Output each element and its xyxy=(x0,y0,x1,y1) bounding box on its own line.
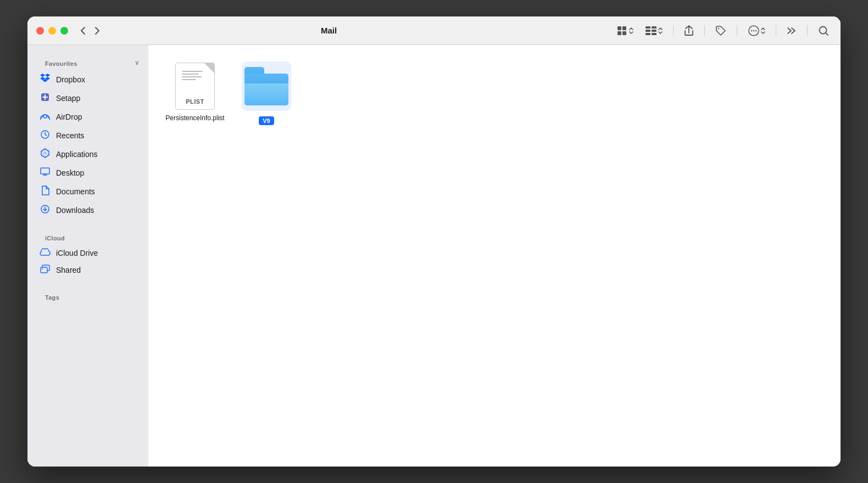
documents-label: Documents xyxy=(56,187,95,196)
sidebar: Favourites ∨ Dropbox xyxy=(27,45,148,467)
file-item-plist[interactable]: PLIST PersistenceInfo.plist xyxy=(165,61,225,125)
svg-point-22 xyxy=(42,268,43,269)
toolbar-divider-1 xyxy=(673,25,674,36)
svg-rect-5 xyxy=(652,26,656,29)
plist-file-name: PersistenceInfo.plist xyxy=(165,114,224,122)
sidebar-item-recents[interactable]: Recents xyxy=(31,127,145,144)
svg-point-13 xyxy=(753,30,754,31)
airdrop-icon xyxy=(40,111,51,123)
svg-point-14 xyxy=(755,30,756,31)
downloads-label: Downloads xyxy=(56,206,94,215)
icloud-icon xyxy=(40,248,51,258)
v9-folder-icon-wrap xyxy=(242,61,291,111)
more-icon xyxy=(748,25,760,37)
folder-front xyxy=(244,83,288,105)
plist-line-1 xyxy=(182,71,203,72)
finder-window: Mail xyxy=(27,16,841,467)
setapp-label: Setapp xyxy=(56,94,80,103)
toolbar: Mail xyxy=(27,16,841,45)
sidebar-item-icloud-drive[interactable]: iCloud Drive xyxy=(31,245,145,261)
plist-line-4 xyxy=(182,79,196,80)
toolbar-divider-5 xyxy=(807,25,808,36)
icloud-section-header: iCloud xyxy=(27,226,148,245)
grid-view-icon xyxy=(616,25,627,36)
plist-line-3 xyxy=(182,76,202,77)
file-area: PLIST PersistenceInfo.plist V9 xyxy=(148,45,841,467)
favourites-label: Favourites xyxy=(36,56,86,69)
toolbar-divider-2 xyxy=(704,25,705,36)
sidebar-item-setapp[interactable]: Setapp xyxy=(31,89,145,107)
svg-rect-2 xyxy=(617,31,621,35)
toolbar-divider-3 xyxy=(737,25,737,36)
forward-forward-icon xyxy=(787,26,797,35)
toolbar-divider-4 xyxy=(776,25,776,36)
svg-point-10 xyxy=(718,27,719,29)
tags-section-header: Tags xyxy=(27,285,148,304)
tag-icon xyxy=(715,25,726,36)
group-view-icon xyxy=(645,26,657,36)
dropbox-icon xyxy=(40,74,51,86)
dropdown-chevron-icon xyxy=(658,27,663,34)
more-dropdown-icon xyxy=(761,27,765,34)
svg-rect-7 xyxy=(652,30,656,32)
svg-rect-0 xyxy=(617,26,621,30)
icloud-drive-label: iCloud Drive xyxy=(56,249,98,257)
sidebar-item-documents[interactable]: Documents xyxy=(31,183,145,200)
svg-rect-3 xyxy=(622,31,626,35)
more-nav-button[interactable] xyxy=(784,25,799,37)
plist-line-2 xyxy=(182,74,199,75)
plist-type-label: PLIST xyxy=(186,98,204,105)
applications-icon xyxy=(40,148,51,160)
sidebar-item-shared[interactable]: Shared xyxy=(31,262,145,278)
folder-icon xyxy=(244,67,288,105)
close-button[interactable] xyxy=(36,27,44,35)
desktop-label: Desktop xyxy=(56,169,84,177)
group-view-button[interactable] xyxy=(642,24,665,37)
v9-badge: V9 xyxy=(259,116,274,125)
sidebar-item-airdrop[interactable]: AirDrop xyxy=(31,108,145,126)
sidebar-item-desktop[interactable]: Desktop xyxy=(31,164,145,182)
share-icon xyxy=(684,25,694,36)
sort-chevron-icon xyxy=(628,27,634,35)
shared-label: Shared xyxy=(56,266,81,274)
search-button[interactable] xyxy=(815,24,832,38)
favourites-section-header: Favourites ∨ xyxy=(27,52,148,70)
sidebar-item-dropbox[interactable]: Dropbox xyxy=(31,71,145,88)
svg-rect-9 xyxy=(652,33,656,35)
view-icon-grid-button[interactable] xyxy=(614,24,637,38)
sidebar-item-downloads[interactable]: Downloads xyxy=(31,201,145,219)
svg-rect-1 xyxy=(622,26,626,30)
svg-rect-8 xyxy=(646,33,650,35)
recents-label: Recents xyxy=(56,131,84,140)
desktop-icon xyxy=(40,167,51,179)
search-icon xyxy=(818,25,829,36)
favourites-collapse-button[interactable]: ∨ xyxy=(135,59,140,66)
plist-file-icon: PLIST xyxy=(175,63,215,110)
shared-icon xyxy=(40,265,51,276)
svg-rect-6 xyxy=(646,30,650,32)
setapp-icon xyxy=(40,92,51,104)
dropbox-label: Dropbox xyxy=(56,75,85,84)
svg-rect-4 xyxy=(646,26,650,29)
downloads-icon xyxy=(40,204,51,216)
main-area: Favourites ∨ Dropbox xyxy=(27,45,841,467)
applications-label: Applications xyxy=(56,150,98,159)
svg-point-12 xyxy=(751,30,752,31)
documents-icon xyxy=(40,186,51,198)
window-title: Mail xyxy=(44,26,614,35)
icloud-label: iCloud xyxy=(36,231,74,244)
tags-label: Tags xyxy=(36,290,68,303)
svg-rect-19 xyxy=(41,168,49,174)
svg-rect-21 xyxy=(41,267,47,273)
share-button[interactable] xyxy=(681,24,697,38)
more-options-button[interactable] xyxy=(745,23,768,38)
toolbar-actions xyxy=(614,23,832,38)
file-item-v9-folder[interactable]: V9 xyxy=(236,61,297,125)
recents-icon xyxy=(40,130,51,142)
tag-button[interactable] xyxy=(713,24,729,38)
plist-icon-wrap: PLIST xyxy=(170,61,220,111)
plist-lines xyxy=(182,71,208,82)
airdrop-label: AirDrop xyxy=(56,113,82,121)
sidebar-item-applications[interactable]: Applications xyxy=(31,145,145,163)
